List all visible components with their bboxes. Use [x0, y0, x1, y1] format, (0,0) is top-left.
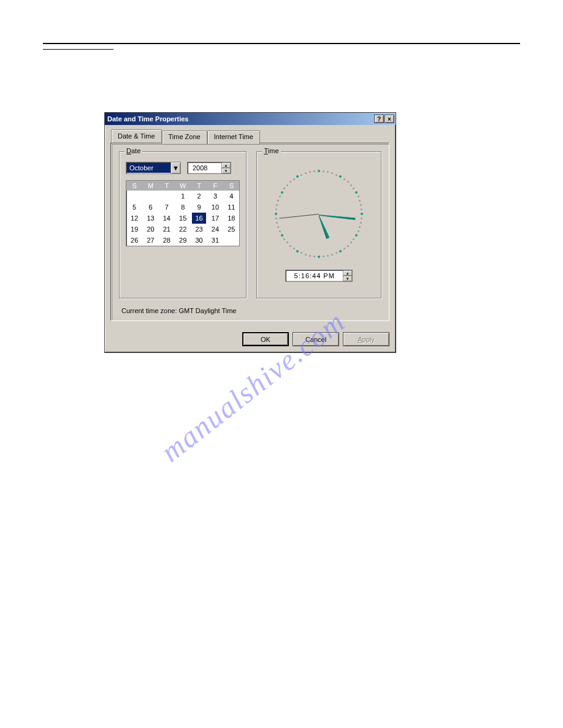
- clock-tick: [327, 171, 329, 173]
- clock-tick: [289, 245, 291, 247]
- calendar-day[interactable]: 20: [142, 224, 158, 235]
- apply-button[interactable]: Apply: [343, 332, 389, 346]
- calendar-day[interactable]: 9: [191, 202, 207, 213]
- calendar[interactable]: SMTWTFS 12345678910111213141516171819202…: [126, 180, 240, 246]
- calendar-day[interactable]: 10: [207, 202, 223, 213]
- clock-tick: [339, 250, 342, 252]
- tab-date-time[interactable]: Date & Time: [111, 129, 162, 143]
- time-value[interactable]: 5:16:44 PM: [286, 272, 343, 279]
- clock-tick: [350, 184, 352, 186]
- clock-tick: [286, 184, 288, 186]
- clock-tick: [296, 175, 299, 178]
- section-underline: [43, 49, 113, 50]
- calendar-day[interactable]: 29: [175, 235, 191, 246]
- close-button[interactable]: ×: [385, 115, 394, 123]
- calendar-day[interactable]: 13: [142, 213, 158, 224]
- calendar-day[interactable]: 14: [159, 213, 175, 224]
- calendar-day: [223, 235, 239, 246]
- titlebar[interactable]: Date and Time Properties ? ×: [105, 113, 396, 125]
- time-input[interactable]: 5:16:44 PM ▲ ▼: [285, 270, 353, 282]
- time-legend: Time: [262, 147, 280, 154]
- help-button[interactable]: ?: [374, 115, 384, 123]
- calendar-day[interactable]: 16: [192, 213, 205, 224]
- calendar-day[interactable]: 1: [175, 191, 191, 202]
- clock-tick: [343, 248, 345, 249]
- dialog-buttons: OK Cancel Apply: [105, 327, 396, 352]
- calendar-day[interactable]: 11: [223, 202, 239, 213]
- clock-tick: [355, 234, 358, 237]
- ok-button[interactable]: OK: [242, 332, 289, 346]
- year-down-button[interactable]: ▼: [221, 168, 231, 173]
- clock-tick: [347, 245, 349, 247]
- clock-tick: [360, 222, 362, 224]
- clock-tick: [358, 195, 359, 197]
- calendar-day-header: T: [191, 181, 207, 191]
- tab-strip: Date & Time Time Zone Internet Time: [111, 131, 389, 144]
- clock-tick: [289, 181, 291, 183]
- calendar-day[interactable]: 8: [175, 202, 191, 213]
- calendar-day[interactable]: 12: [126, 213, 142, 224]
- clock-tick: [353, 188, 354, 189]
- calendar-day[interactable]: 18: [223, 213, 239, 224]
- tab-internet-time[interactable]: Internet Time: [207, 131, 260, 144]
- clock-tick: [293, 178, 295, 180]
- calendar-day[interactable]: 24: [207, 224, 223, 235]
- time-up-button[interactable]: ▲: [343, 270, 352, 276]
- calendar-day[interactable]: 26: [126, 235, 142, 246]
- clock-tick: [309, 255, 311, 257]
- date-groupbox: Date October ▼ 2008 ▲: [119, 151, 247, 298]
- clock-tick: [335, 174, 337, 176]
- clock-tick: [361, 208, 362, 210]
- calendar-day[interactable]: 5: [126, 202, 142, 213]
- clock-tick: [359, 200, 361, 202]
- clock-tick: [339, 175, 342, 178]
- dropdown-arrow-icon[interactable]: ▼: [170, 162, 180, 173]
- calendar-day[interactable]: 27: [142, 235, 158, 246]
- clock-tick: [305, 254, 307, 256]
- window-title: Date and Time Properties: [107, 115, 374, 123]
- calendar-day[interactable]: 30: [191, 235, 207, 246]
- clock-tick: [318, 170, 320, 172]
- calendar-day[interactable]: 17: [207, 213, 223, 224]
- calendar-body[interactable]: 1234567891011121314151617181920212223242…: [126, 191, 239, 246]
- calendar-day-header: T: [159, 181, 175, 191]
- calendar-day-header: F: [207, 181, 223, 191]
- calendar-day[interactable]: 4: [223, 191, 239, 202]
- calendar-day[interactable]: 28: [159, 235, 175, 246]
- year-value: 2008: [188, 164, 221, 172]
- hour-hand: [317, 215, 330, 239]
- clock-tick: [293, 248, 295, 249]
- clock-tick: [301, 252, 302, 254]
- calendar-day[interactable]: 7: [159, 202, 175, 213]
- cancel-button[interactable]: Cancel: [293, 332, 339, 346]
- calendar-day[interactable]: 21: [159, 224, 175, 235]
- clock-tick: [283, 238, 285, 240]
- clock-tick: [313, 170, 315, 172]
- calendar-day[interactable]: 3: [207, 191, 223, 202]
- minute-hand: [319, 214, 356, 220]
- year-up-button[interactable]: ▲: [221, 162, 231, 168]
- month-value: October: [126, 164, 170, 172]
- month-dropdown[interactable]: October ▼: [126, 162, 181, 174]
- time-down-button[interactable]: ▼: [343, 276, 352, 281]
- clock-tick: [331, 172, 333, 174]
- clock-tick: [281, 191, 283, 194]
- calendar-day[interactable]: 2: [191, 191, 207, 202]
- calendar-day[interactable]: 31: [207, 235, 223, 246]
- clock-tick: [361, 218, 362, 219]
- calendar-day[interactable]: 6: [142, 202, 158, 213]
- calendar-day-header: M: [142, 181, 158, 191]
- calendar-day[interactable]: 22: [175, 224, 191, 235]
- calendar-day[interactable]: 25: [223, 224, 239, 235]
- clock-tick: [313, 256, 315, 257]
- tab-time-zone[interactable]: Time Zone: [162, 131, 207, 144]
- calendar-day[interactable]: 19: [126, 224, 142, 235]
- calendar-day[interactable]: 23: [191, 224, 207, 235]
- clock-tick: [276, 204, 278, 206]
- clock-tick: [350, 241, 352, 243]
- clock-tick: [343, 178, 345, 180]
- year-spinner[interactable]: 2008 ▲ ▼: [187, 162, 231, 174]
- date-time-dialog: Date and Time Properties ? × Date & Time…: [104, 112, 396, 353]
- calendar-day: [142, 191, 158, 202]
- calendar-day[interactable]: 15: [175, 213, 191, 224]
